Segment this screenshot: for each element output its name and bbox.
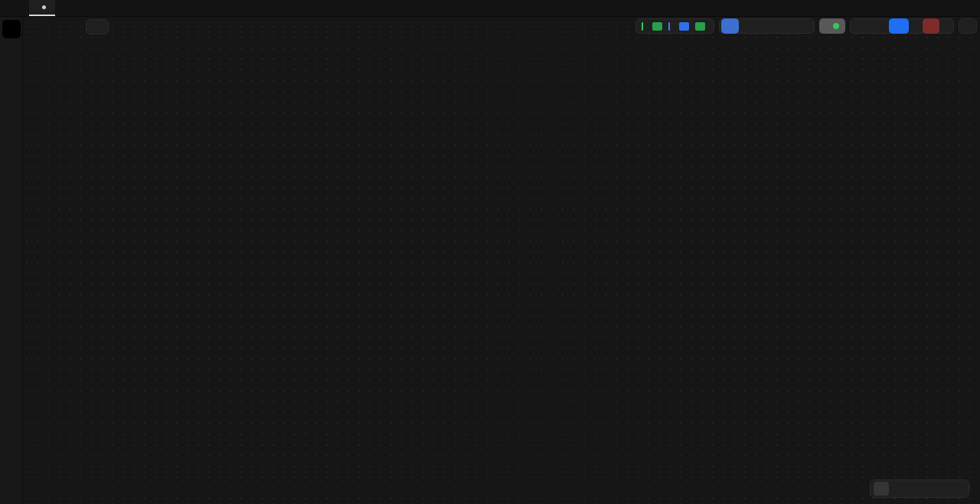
sidebar-item-queue[interactable] xyxy=(2,42,21,59)
pointer-tool-button[interactable] xyxy=(874,482,889,496)
right-panel-toggle-button[interactable] xyxy=(959,18,976,34)
pointer-tool-options[interactable] xyxy=(890,482,898,496)
run-options-button[interactable] xyxy=(911,18,920,34)
canvas-controls-toolbar xyxy=(870,479,969,498)
top-toolbar xyxy=(635,18,977,34)
toggle-grid-button[interactable] xyxy=(933,482,949,496)
manager-group xyxy=(719,18,815,34)
feed-enabled-dot xyxy=(833,23,839,29)
alerts-button[interactable] xyxy=(777,18,794,34)
sidebar-item-model-library[interactable] xyxy=(2,104,21,121)
share-button[interactable] xyxy=(795,18,812,34)
run-button[interactable] xyxy=(889,18,909,34)
sidebar-item-help[interactable] xyxy=(2,421,21,437)
workflow-tab-bar xyxy=(0,0,980,17)
ram-usage-bar xyxy=(652,22,662,31)
sidebar-item-templates[interactable] xyxy=(2,146,21,162)
left-sidebar xyxy=(0,17,23,504)
sidebar-item-logs[interactable] xyxy=(2,441,21,458)
sidebar-item-settings[interactable] xyxy=(2,483,21,499)
sidebar-item-assets[interactable] xyxy=(2,63,21,80)
minimap-button[interactable] xyxy=(950,482,965,496)
cancel-button[interactable] xyxy=(923,18,939,34)
node-graph-canvas[interactable] xyxy=(0,0,980,504)
manager-button[interactable] xyxy=(721,18,739,34)
show-image-feed-button[interactable] xyxy=(819,18,845,34)
graph-selector[interactable] xyxy=(86,19,109,34)
star-button[interactable] xyxy=(740,18,757,34)
system-stats-panel xyxy=(635,18,714,34)
tab-default[interactable] xyxy=(0,0,18,16)
cpu-mini-bar xyxy=(642,22,643,31)
wires-layer xyxy=(0,0,980,504)
gpu-mini-bar xyxy=(668,22,670,31)
unsaved-indicator-dot xyxy=(42,5,46,9)
temp-bar xyxy=(695,22,705,31)
tab-active-workflow[interactable] xyxy=(29,0,55,16)
queue-options-button[interactable] xyxy=(853,18,870,34)
new-workflow-tab-button[interactable] xyxy=(55,0,70,16)
zoom-level-dropdown[interactable] xyxy=(916,482,932,496)
panel-toggle-group xyxy=(959,18,977,34)
vram-usage-bar xyxy=(679,22,689,31)
comfyui-logo[interactable] xyxy=(2,20,21,38)
queue-controls xyxy=(850,18,954,34)
sidebar-item-theme[interactable] xyxy=(2,462,21,479)
notification-button[interactable] xyxy=(759,18,776,34)
sidebar-item-node-library[interactable] xyxy=(2,83,21,100)
fit-view-button[interactable] xyxy=(900,482,915,496)
sidebar-item-workflows[interactable] xyxy=(2,125,21,142)
